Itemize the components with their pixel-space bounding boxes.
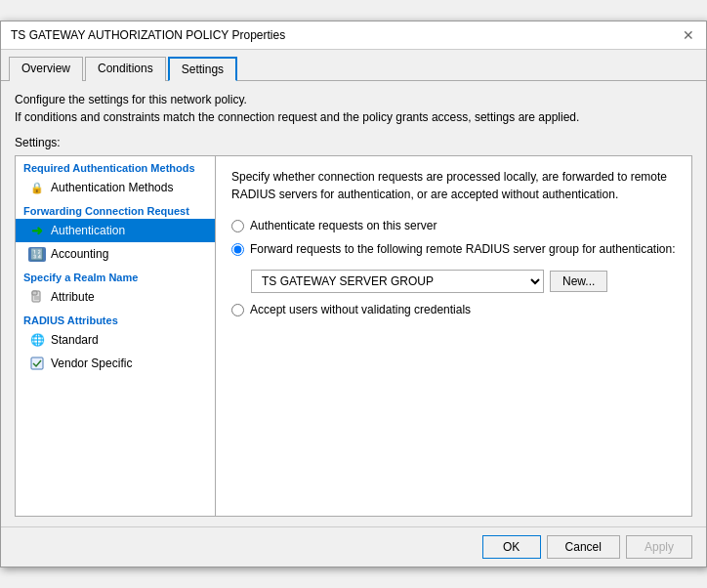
radio-accept[interactable]: Accept users without validating credenti… — [231, 303, 676, 316]
ok-button[interactable]: OK — [482, 535, 541, 559]
settings-label: Settings: — [15, 136, 692, 149]
section-header-radius[interactable]: RADIUS Attributes — [16, 309, 215, 328]
svg-rect-4 — [31, 357, 43, 369]
radio-accept-input[interactable] — [231, 304, 244, 316]
nav-item-vendor-specific[interactable]: Vendor Specific — [16, 352, 215, 375]
svg-rect-1 — [32, 291, 37, 295]
radio-group: Authenticate requests on this server For… — [231, 219, 676, 316]
main-panel: Required Authentication Methods 🔒 Authen… — [15, 155, 692, 517]
description-line1: Configure the settings for this network … — [15, 91, 692, 108]
lock-icon: 🔒 — [29, 180, 45, 195]
nav-item-accounting[interactable]: 🔢 Accounting — [16, 242, 215, 266]
calculator-icon: 🔢 — [29, 246, 45, 262]
title-bar: TS GATEWAY AUTHORIZATION POLICY Properti… — [1, 21, 706, 50]
right-panel: Specify whether connection requests are … — [216, 156, 691, 516]
server-group-dropdown[interactable]: TS GATEWAY SERVER GROUP — [251, 270, 544, 293]
footer: OK Cancel Apply — [1, 526, 706, 567]
file-icon — [29, 289, 45, 305]
tab-overview[interactable]: Overview — [9, 57, 83, 81]
tab-conditions[interactable]: Conditions — [85, 57, 166, 81]
tab-settings[interactable]: Settings — [168, 57, 237, 81]
nav-item-standard[interactable]: 🌐 Standard — [16, 328, 215, 352]
arrow-green-icon: ➜ — [29, 223, 45, 238]
nav-item-attribute[interactable]: Attribute — [16, 285, 215, 309]
section-header-required-auth[interactable]: Required Authentication Methods — [16, 156, 215, 176]
radio-forward-input[interactable] — [231, 243, 244, 256]
section-header-realm[interactable]: Specify a Realm Name — [16, 266, 215, 285]
window-title: TS GATEWAY AUTHORIZATION POLICY Properti… — [11, 28, 285, 42]
right-description: Specify whether connection requests are … — [231, 168, 676, 203]
vendor-icon — [29, 356, 45, 371]
cancel-button[interactable]: Cancel — [547, 535, 620, 559]
description-line2: If conditions and constraints match the … — [15, 108, 692, 126]
radio-forward[interactable]: Forward requests to the following remote… — [231, 242, 676, 256]
description-block: Configure the settings for this network … — [15, 91, 692, 126]
radio-local-input[interactable] — [231, 220, 244, 232]
nav-item-auth-methods[interactable]: 🔒 Authentication Methods — [16, 176, 215, 199]
main-window: TS GATEWAY AUTHORIZATION POLICY Properti… — [0, 21, 707, 567]
new-button[interactable]: New... — [550, 271, 607, 292]
radio-local[interactable]: Authenticate requests on this server — [231, 219, 676, 232]
section-header-forwarding[interactable]: Forwarding Connection Request — [16, 199, 215, 219]
content-area: Configure the settings for this network … — [1, 81, 706, 526]
left-panel: Required Authentication Methods 🔒 Authen… — [16, 156, 216, 516]
apply-button[interactable]: Apply — [626, 535, 692, 559]
dropdown-row: TS GATEWAY SERVER GROUP New... — [251, 270, 676, 293]
nav-item-authentication[interactable]: ➜ Authentication — [16, 219, 215, 242]
globe-icon: 🌐 — [29, 332, 45, 348]
close-button[interactable]: ✕ — [681, 27, 696, 43]
tab-bar: Overview Conditions Settings — [1, 50, 706, 81]
